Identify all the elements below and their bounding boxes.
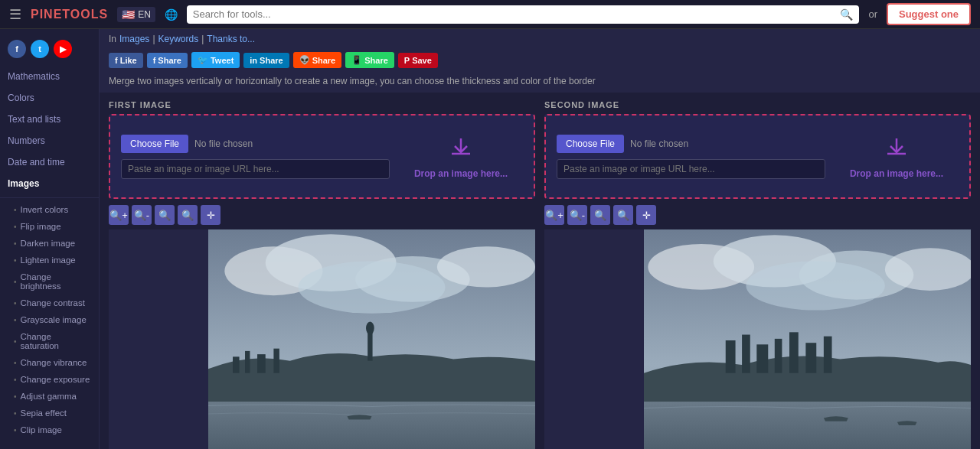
svg-point-4 (437, 246, 535, 287)
first-image-svg (208, 229, 535, 449)
social-facebook-icon[interactable]: f (8, 40, 26, 58)
suggest-button[interactable]: Suggest one (887, 3, 971, 25)
second-image-drop-text: Drop an image here... (850, 168, 943, 179)
first-zoom-in-button[interactable]: 🔍+ (109, 205, 129, 225)
second-image-drop-area[interactable]: Drop an image here... (835, 126, 959, 187)
share-pinterest-button[interactable]: P Save (398, 53, 438, 68)
svg-rect-20 (742, 335, 750, 373)
sidebar-sub-change-saturation[interactable]: Change saturation (0, 328, 99, 354)
breadcrumb-keywords-link[interactable]: Keywords (158, 34, 199, 44)
share-linkedin-button[interactable]: in Share (243, 53, 289, 68)
language-selector[interactable]: 🇺🇸 EN (117, 7, 155, 22)
main-content: In Images | Keywords | Thanks to... f Li… (100, 29, 980, 449)
second-zoom-in-button[interactable]: 🔍+ (544, 205, 564, 225)
first-zoom-reset-button[interactable]: 🔍 (178, 205, 198, 225)
svg-rect-8 (257, 354, 266, 373)
breadcrumb: In Images | Keywords | Thanks to... (100, 29, 980, 49)
second-image-choose-file-button[interactable]: Choose File (557, 135, 624, 153)
svg-point-17 (885, 248, 971, 291)
first-zoom-out-button[interactable]: 🔍- (132, 205, 152, 225)
fb-share-label: Share (158, 56, 181, 65)
sidebar-social-icons: f t ▶ (0, 35, 99, 66)
share-whatsapp-button[interactable]: 📱 Share (345, 52, 394, 68)
sidebar-sub-flip-image[interactable]: Flip image (0, 218, 99, 235)
sidebar-sub-darken-image[interactable]: Darken image (0, 235, 99, 252)
search-bar: 🔍 (187, 5, 860, 24)
first-move-button[interactable]: ✛ (201, 205, 220, 225)
whatsapp-icon: 📱 (351, 55, 362, 65)
sidebar-sub-invert-colors[interactable]: Invert colors (0, 201, 99, 218)
sidebar-sub-change-brightness[interactable]: Change brightness (0, 268, 99, 294)
sidebar-sub-clip-image[interactable]: Clip image (0, 421, 99, 438)
share-twitter-button[interactable]: 🐦 Tweet (191, 52, 240, 68)
svg-rect-24 (805, 343, 816, 373)
first-image-file-row: Choose File No file chosen (121, 135, 390, 153)
second-zoom-fit-button[interactable]: 🔍 (590, 205, 610, 225)
sidebar-sub-lighten-image[interactable]: Lighten image (0, 252, 99, 268)
sidebar-divider (0, 197, 99, 198)
second-image-url-input[interactable] (557, 159, 825, 179)
svg-rect-12 (208, 402, 535, 449)
logo-tools: TOOLS (62, 8, 108, 21)
first-image-choose-file-button[interactable]: Choose File (121, 135, 188, 153)
second-image-upload-area[interactable]: Choose File No file chosen (544, 114, 971, 199)
svg-rect-26 (644, 402, 971, 449)
share-reddit-button[interactable]: 👽 Share (293, 52, 342, 68)
first-zoom-fit-button[interactable]: 🔍 (155, 205, 175, 225)
svg-point-18 (746, 261, 884, 310)
sidebar-item-mathematics[interactable]: Mathematics (0, 66, 99, 87)
share-facebook-button[interactable]: f Share (147, 53, 188, 68)
sidebar-item-numbers[interactable]: Numbers (0, 130, 99, 151)
sidebar-item-date-and-time[interactable]: Date and time (0, 151, 99, 173)
second-zoom-out-button[interactable]: 🔍- (567, 205, 587, 225)
second-image-preview-main (644, 229, 971, 449)
main-layout: f t ▶ Mathematics Colors Text and lists … (0, 29, 980, 449)
second-image-svg (644, 229, 971, 449)
second-image-no-file-text: No file chosen (630, 138, 688, 149)
first-image-preview (109, 229, 535, 449)
sidebar-sub-change-exposure[interactable]: Change exposure (0, 371, 99, 388)
sidebar-item-colors[interactable]: Colors (0, 87, 99, 109)
header: ☰ PINETOOLS 🇺🇸 EN 🌐 🔍 or Suggest one (0, 0, 980, 29)
svg-point-11 (366, 321, 374, 334)
sidebar-sub-change-contrast[interactable]: Change contrast (0, 294, 99, 311)
social-twitter-icon[interactable]: t (31, 40, 49, 58)
rd-share-label: Share (312, 56, 336, 65)
share-bar: f Like f Share 🐦 Tweet in Share 👽 Share … (100, 49, 980, 73)
hamburger-menu[interactable]: ☰ (9, 6, 21, 23)
second-image-file-input-area: Choose File No file chosen (557, 135, 825, 179)
first-image-url-input[interactable] (121, 159, 390, 179)
sidebar-sub-sepia-effect[interactable]: Sepia effect (0, 405, 99, 421)
breadcrumb-in: In (109, 34, 116, 44)
second-image-title: SECOND IMAGE (544, 100, 971, 109)
second-zoom-reset-button[interactable]: 🔍 (613, 205, 633, 225)
globe-icon[interactable]: 🌐 (165, 8, 178, 21)
svg-rect-23 (789, 332, 799, 373)
breadcrumb-thanks-link[interactable]: Thanks to... (207, 34, 255, 44)
share-like-button[interactable]: f Like (109, 53, 143, 68)
sidebar: f t ▶ Mathematics Colors Text and lists … (0, 29, 100, 449)
sidebar-item-images[interactable]: Images (0, 173, 99, 194)
sidebar-sub-grayscale-image[interactable]: Grayscale image (0, 311, 99, 328)
second-move-button[interactable]: ✛ (636, 205, 656, 225)
svg-rect-19 (726, 340, 736, 373)
social-youtube-icon[interactable]: ▶ (54, 40, 72, 58)
svg-rect-6 (233, 356, 240, 373)
svg-point-5 (298, 261, 445, 313)
sidebar-sub-adjust-gamma[interactable]: Adjust gamma (0, 388, 99, 405)
first-image-drop-area[interactable]: Drop an image here... (399, 126, 523, 187)
breadcrumb-images-link[interactable]: Images (119, 34, 149, 44)
reddit-icon: 👽 (299, 55, 310, 65)
facebook-share-icon: f (153, 56, 156, 65)
first-image-preview-side (109, 229, 208, 449)
first-image-upload-area[interactable]: Choose File No file chosen (109, 114, 535, 199)
search-input[interactable] (193, 8, 836, 20)
first-image-zoom-controls: 🔍+ 🔍- 🔍 🔍 ✛ (109, 205, 535, 225)
second-image-panel: SECOND IMAGE Choose File No file chosen (544, 100, 971, 449)
images-row: FIRST IMAGE Choose File No file chosen (109, 100, 971, 449)
sidebar-item-text-and-lists[interactable]: Text and lists (0, 109, 99, 130)
facebook-like-icon: f (115, 56, 118, 65)
breadcrumb-sep1: | (152, 34, 155, 44)
sidebar-sub-change-vibrance[interactable]: Change vibrance (0, 354, 99, 371)
first-image-title: FIRST IMAGE (109, 100, 535, 109)
